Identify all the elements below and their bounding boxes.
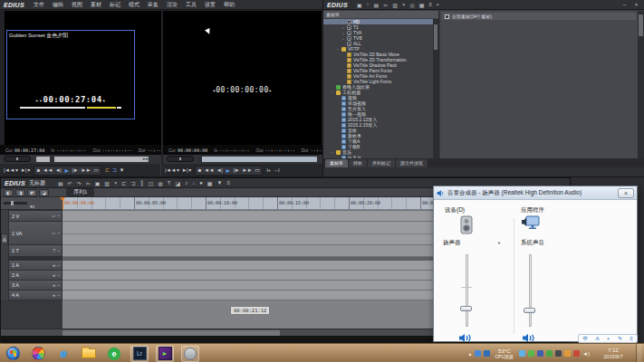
- rewind-button[interactable]: ◄◄: [204, 166, 214, 176]
- delete-icon[interactable]: ×: [402, 2, 406, 8]
- cut-icon[interactable]: ✂: [383, 2, 388, 8]
- fast-forward-button[interactable]: ►►: [242, 166, 252, 176]
- bin-tab-1[interactable]: 素材库: [325, 159, 348, 167]
- menu-item[interactable]: 工具: [186, 1, 197, 9]
- new-clip-icon[interactable]: ▣: [357, 2, 362, 8]
- set-out-button[interactable]: ⊐: [112, 166, 117, 176]
- ime-mode-icon[interactable]: ◐: [607, 335, 610, 342]
- prev-edit-point-button[interactable]: |◄◄ ▾: [4, 166, 18, 176]
- tray-alert-icon[interactable]: [573, 350, 580, 357]
- overwrite-to-timeline-button[interactable]: →I: [274, 166, 280, 176]
- windows-explorer-icon[interactable]: [80, 346, 98, 362]
- track-header-icon[interactable]: ~: [57, 293, 60, 298]
- speaker-device-icon[interactable]: [457, 215, 476, 239]
- track-header-icon[interactable]: ~: [57, 231, 60, 235]
- copy-icon[interactable]: ▣: [95, 180, 101, 186]
- internet-explorer-icon[interactable]: e: [54, 346, 72, 362]
- track-height-button[interactable]: ≡: [33, 204, 35, 209]
- layout-icon[interactable]: ▦: [207, 180, 213, 186]
- track-header-2V[interactable]: 2 V▭~: [8, 210, 62, 222]
- lock-icon[interactable]: ▪: [437, 2, 438, 8]
- track-header-4A[interactable]: 4 A◄~: [8, 291, 62, 300]
- track-header-icon[interactable]: ~: [57, 273, 60, 278]
- track-header-1A[interactable]: 1 A◄~: [8, 261, 62, 271]
- track-header-icon[interactable]: ◄: [52, 273, 55, 278]
- menu-item[interactable]: 渲染: [167, 1, 178, 9]
- close-button[interactable]: ×: [632, 2, 640, 7]
- menu-item[interactable]: 帮助: [224, 1, 235, 9]
- play-button[interactable]: ►: [63, 166, 69, 176]
- search-icon[interactable]: ◎: [409, 2, 414, 8]
- insert-mode-button[interactable]: ◧: [4, 189, 14, 196]
- tray-green-icon[interactable]: [546, 350, 553, 357]
- ime-pen-icon[interactable]: ✎: [618, 335, 622, 342]
- device-mute-button[interactable]: [459, 330, 474, 341]
- menu-item[interactable]: 素材: [91, 1, 101, 9]
- app-volume-thumb[interactable]: [524, 308, 535, 313]
- track-header-icon[interactable]: ◄: [52, 283, 55, 288]
- app-volume-slider[interactable]: [523, 254, 537, 327]
- system-sounds-icon[interactable]: [521, 215, 541, 235]
- redo-icon[interactable]: ↷: [77, 180, 82, 186]
- monitor-button[interactable]: ▭: [255, 166, 259, 176]
- ripple-mode-button[interactable]: ◪: [39, 189, 49, 196]
- track-header-icon[interactable]: ~: [57, 214, 60, 218]
- rewind-button[interactable]: ◄◄: [43, 166, 53, 176]
- tray-player-icon[interactable]: [555, 350, 562, 357]
- device-volume-slider[interactable]: [459, 254, 474, 327]
- ime-lang-icon[interactable]: 中: [582, 335, 588, 342]
- bin-list-scrollbar[interactable]: [638, 11, 644, 158]
- menu-item[interactable]: 文件: [34, 1, 44, 9]
- marker-icon[interactable]: ▼: [216, 180, 222, 186]
- start-button[interactable]: [4, 346, 22, 362]
- playhead[interactable]: [62, 197, 63, 210]
- track-header-2A[interactable]: 2 A◄~: [8, 271, 62, 281]
- track-header-3A[interactable]: 3 A◄~: [8, 281, 62, 291]
- player-shuttle-slider[interactable]: [4, 156, 31, 162]
- stop-button[interactable]: ■: [198, 166, 201, 176]
- track-header-icon[interactable]: ~: [57, 249, 60, 253]
- menu-item[interactable]: 模式: [129, 1, 139, 9]
- tray-ime-icon[interactable]: [475, 350, 481, 357]
- recorder-shuttle-slider[interactable]: [167, 156, 194, 162]
- capture-icon[interactable]: ●: [199, 180, 203, 186]
- play-button[interactable]: ►: [225, 166, 230, 176]
- ime-settings-icon[interactable]: ≡: [630, 335, 633, 342]
- fast-forward-button[interactable]: ►►: [81, 166, 91, 176]
- next-frame-button[interactable]: |►: [234, 166, 240, 176]
- minimize-button[interactable]: –: [620, 2, 629, 7]
- tray-video-icon[interactable]: [537, 350, 543, 357]
- next-edit-point-button[interactable]: ►| ▾: [21, 166, 30, 176]
- track-header-icon[interactable]: ~: [57, 263, 60, 268]
- browser-360-icon[interactable]: [29, 346, 47, 362]
- bin-tab-2[interactable]: 特效: [349, 159, 367, 167]
- view-mode-icon[interactable]: ▦: [419, 2, 425, 8]
- lightroom-icon[interactable]: Lr: [130, 346, 149, 362]
- track-header-icon[interactable]: ▭: [52, 231, 55, 235]
- save-project-icon[interactable]: ▤: [58, 180, 63, 186]
- tray-update-icon[interactable]: [564, 350, 571, 357]
- track-header-icon[interactable]: ◄: [52, 293, 55, 298]
- prev-frame-button[interactable]: ◄|: [55, 166, 62, 176]
- audio-mixer-icon[interactable]: ♪: [185, 180, 187, 186]
- menu-item[interactable]: 标记: [110, 1, 120, 9]
- ripple-delete-icon[interactable]: ×: [114, 180, 118, 186]
- recorder-seek-bar[interactable]: [197, 157, 317, 162]
- overwrite-mode-button[interactable]: ◨: [15, 189, 25, 196]
- export-icon[interactable]: ↓: [192, 180, 195, 186]
- timeline-zoom-slider[interactable]: [4, 202, 27, 205]
- bin-tab-3[interactable]: 序列标记: [368, 159, 395, 167]
- track-header-1VA[interactable]: 1 VA▭~: [8, 222, 62, 245]
- track-header-icon[interactable]: ◄: [52, 263, 55, 268]
- title-icon[interactable]: T: [168, 180, 171, 186]
- menu-item[interactable]: 编辑: [53, 1, 63, 9]
- bin-tab-4[interactable]: 源文件浏览: [396, 159, 428, 167]
- device-select[interactable]: 扬声器 ▼: [443, 239, 501, 247]
- tree-scrollbar[interactable]: [433, 19, 438, 158]
- recorder-seek-thumb[interactable]: [197, 156, 202, 163]
- paste-icon[interactable]: ▥: [104, 180, 110, 186]
- taskbar-clock[interactable]: 7:12 2015/6/7: [595, 348, 631, 360]
- track-group-a-label[interactable]: A: [1, 233, 8, 244]
- add-cut-point-icon[interactable]: ║: [140, 180, 144, 186]
- prev-edit-point-button[interactable]: |◄◄ ▾: [165, 166, 179, 176]
